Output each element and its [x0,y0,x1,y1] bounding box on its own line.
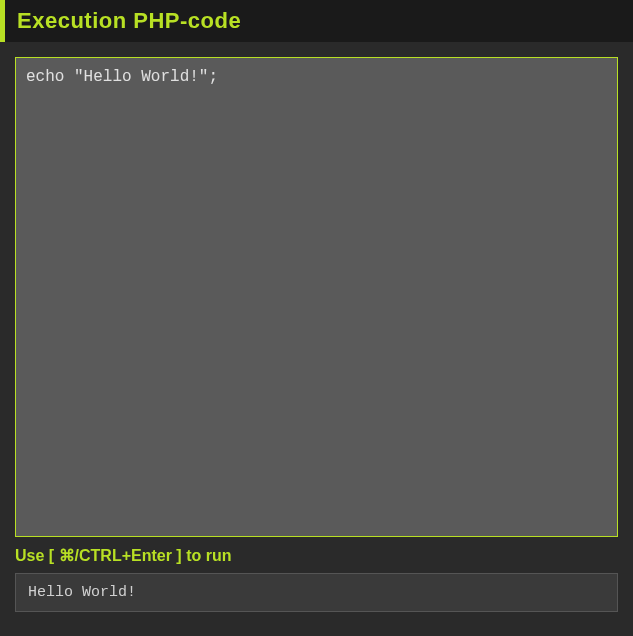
execution-output: Hello World! [15,573,618,612]
panel-header: Execution PHP-code [0,0,633,42]
code-editor-textarea[interactable] [15,57,618,537]
run-hint-text: Use [ ⌘/CTRL+Enter ] to run [15,546,618,565]
panel-title: Execution PHP-code [17,8,621,34]
panel-content: Use [ ⌘/CTRL+Enter ] to run Hello World! [0,42,633,627]
